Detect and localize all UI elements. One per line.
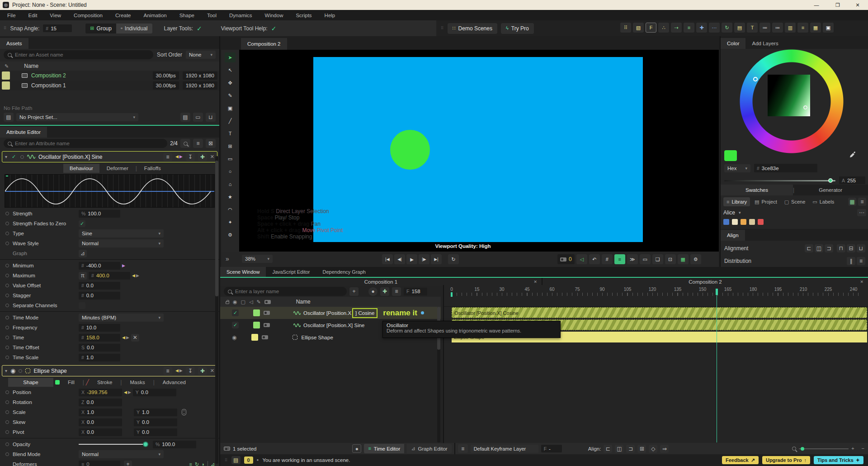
- scale-x-field[interactable]: X1.0: [79, 409, 122, 416]
- layers-overlay-icon[interactable]: ❏: [652, 254, 663, 264]
- library-tab[interactable]: ≡Library: [723, 197, 750, 206]
- loop-button[interactable]: ↻: [448, 254, 459, 264]
- link-xy-icon[interactable]: [182, 409, 186, 415]
- key-align-right-icon[interactable]: ⊐: [626, 445, 635, 453]
- prev-key-icon[interactable]: ◀: [175, 155, 179, 159]
- folder-icon[interactable]: ▤: [180, 113, 190, 122]
- time-offset-field[interactable]: S0.0: [79, 344, 120, 352]
- grid-dots-icon[interactable]: ⠿: [620, 23, 631, 33]
- layer-color-swatch[interactable]: [253, 322, 260, 328]
- tool-line[interactable]: ╱: [225, 116, 236, 126]
- zoom-slider-handle[interactable]: [801, 447, 804, 451]
- menu-scripts[interactable]: Scripts: [289, 10, 318, 20]
- opacity-slider-handle[interactable]: [143, 442, 148, 447]
- attribute-search[interactable]: [4, 139, 167, 148]
- camera-icon[interactable]: ▣: [823, 23, 834, 33]
- prev-key-icon[interactable]: ◀: [175, 369, 179, 373]
- palette-swatch[interactable]: [741, 219, 746, 225]
- scene-tab[interactable]: ▢Scene: [782, 197, 808, 206]
- comp-tab-2[interactable]: Composition 2✕: [542, 279, 868, 285]
- add-layers-tab[interactable]: Add Layers: [745, 38, 784, 49]
- key-extend-icon[interactable]: ⇒: [660, 445, 669, 453]
- deformers-field[interactable]: ≡0: [79, 461, 120, 466]
- asset-search[interactable]: [4, 50, 153, 59]
- connection-arrow-icon[interactable]: ▶: [122, 264, 125, 268]
- layer-color-swatch[interactable]: [251, 334, 258, 341]
- keyframe-circle[interactable]: [5, 442, 9, 446]
- keyframe-circle[interactable]: [5, 316, 9, 319]
- step-forward-button[interactable]: |▶: [419, 254, 429, 264]
- close-attribute-icon[interactable]: ✕: [210, 154, 214, 159]
- time-field[interactable]: #158.0: [79, 334, 120, 342]
- dashed-arrow-icon[interactable]: ⇢: [671, 23, 682, 33]
- dependency-graph-tab[interactable]: Dependency Graph: [316, 267, 372, 277]
- palette-options-icon[interactable]: ⋯: [857, 209, 866, 216]
- composition-rect[interactable]: [313, 57, 643, 242]
- oscillator-header[interactable]: ▾ ✓ Oscillator [Position.X] Sine ≡ ◀▶ ↧ …: [2, 151, 217, 162]
- close-comp-icon[interactable]: ✕: [533, 280, 537, 284]
- viewport-composition-tab[interactable]: Composition 2: [241, 38, 287, 50]
- playhead-line[interactable]: [717, 289, 717, 442]
- skew-y-field[interactable]: Y0.0: [134, 418, 177, 426]
- tool-pencil[interactable]: ✎: [225, 90, 236, 100]
- maximum-field[interactable]: #400.0: [89, 272, 130, 280]
- graph-button[interactable]: ⊿: [79, 250, 87, 257]
- keyframe-circle[interactable]: [5, 346, 9, 349]
- keyframe-layer-icon[interactable]: ≡: [458, 444, 468, 453]
- attribute-scrollbar[interactable]: [215, 156, 218, 464]
- tab-falloffs[interactable]: Falloffs: [138, 164, 167, 173]
- palette-swatch[interactable]: [749, 219, 755, 225]
- javascript-editor-tab[interactable]: JavaScript Editor: [266, 267, 316, 277]
- onion-skin-counter[interactable]: 0: [557, 254, 575, 264]
- tool-arc[interactable]: ◠: [225, 204, 236, 214]
- keyframe-circle[interactable]: [5, 356, 9, 359]
- alpha-field[interactable]: A255: [839, 176, 865, 184]
- play-button[interactable]: ▶: [406, 254, 417, 264]
- deformer-d-icon[interactable]: ◗: [202, 462, 205, 466]
- more-tools-icon[interactable]: »: [226, 256, 229, 262]
- solo-circle-icon[interactable]: [19, 369, 22, 373]
- frame-field[interactable]: F158: [404, 288, 427, 295]
- hex-mode-select[interactable]: Hex▾: [724, 164, 750, 172]
- keyframe-circle[interactable]: [5, 430, 9, 434]
- close-button[interactable]: ✕: [850, 3, 865, 8]
- tab-stroke[interactable]: Stroke: [91, 378, 118, 387]
- fades-checkbox[interactable]: ✓: [79, 220, 85, 227]
- clear-search-icon[interactable]: ⊠: [206, 139, 216, 148]
- menu-dynamics[interactable]: Dynamics: [223, 10, 258, 20]
- strength-field[interactable]: %100.0: [79, 210, 120, 218]
- list-options-icon[interactable]: ≡: [163, 153, 172, 161]
- lock-icon[interactable]: [226, 301, 229, 304]
- frequency-field[interactable]: #10.0: [79, 324, 120, 332]
- attribute-search-input[interactable]: [15, 141, 163, 146]
- layer-name[interactable]: Oscillator [Position.X: [303, 310, 351, 316]
- ruler-ticks[interactable]: [452, 293, 861, 296]
- graph-editor-button[interactable]: ⊿Graph Editor: [407, 444, 451, 453]
- project-set-icon[interactable]: ▤: [4, 113, 14, 122]
- color-tab[interactable]: Color: [721, 38, 745, 49]
- render-box-icon[interactable]: ▢: [241, 300, 245, 304]
- tips-and-tricks-button[interactable]: Tips and Tricks✦: [814, 456, 863, 464]
- layer-color-swatch[interactable]: [253, 309, 260, 316]
- collapse-panel-icon[interactable]: −: [862, 446, 864, 451]
- asset-search-input[interactable]: [15, 52, 149, 57]
- menu-create[interactable]: Create: [109, 10, 137, 20]
- generator-tab[interactable]: Generator: [794, 185, 867, 195]
- blend-mode-select[interactable]: Normal▾: [79, 450, 164, 458]
- tool-settings[interactable]: ⚙: [225, 230, 236, 240]
- separate-channels-checkbox[interactable]: [79, 302, 85, 309]
- key-right-icon[interactable]: ▶: [136, 274, 139, 278]
- warning-count-badge[interactable]: 0: [244, 456, 253, 464]
- keyframe-circle[interactable]: [5, 212, 9, 215]
- frame-f-icon[interactable]: F: [646, 23, 656, 33]
- try-pro-button[interactable]: ϟTry Pro: [501, 23, 534, 34]
- rotate-icon[interactable]: ↻: [722, 23, 732, 33]
- keyframe-circle[interactable]: [5, 400, 9, 404]
- assets-tab[interactable]: Assets: [0, 38, 28, 49]
- palette-swatch[interactable]: [723, 219, 729, 225]
- collapse-chevron-icon[interactable]: ▾: [5, 154, 7, 159]
- keyframe-circle[interactable]: [5, 410, 9, 414]
- pivot-x-field[interactable]: X0.0: [79, 428, 122, 436]
- align-bars-icon[interactable]: ≡: [684, 23, 694, 33]
- next-key-icon[interactable]: ▶: [179, 155, 183, 159]
